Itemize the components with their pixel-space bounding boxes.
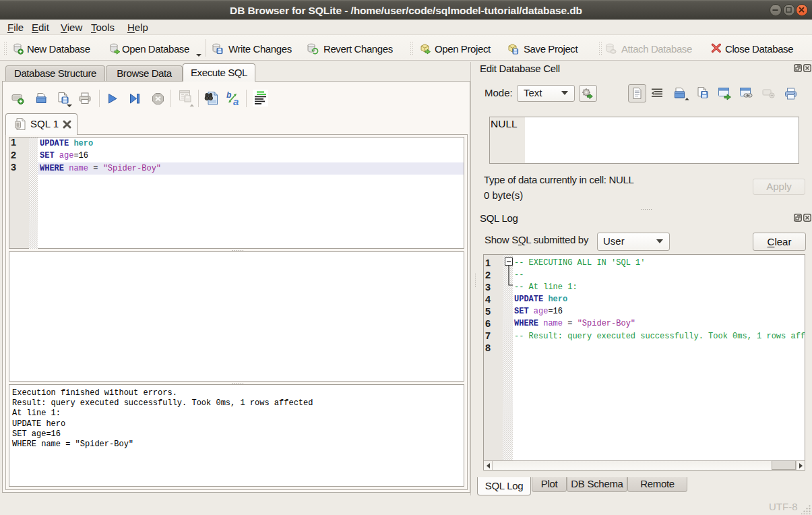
svg-text:a: a [233,96,239,107]
svg-text:b: b [226,90,231,100]
